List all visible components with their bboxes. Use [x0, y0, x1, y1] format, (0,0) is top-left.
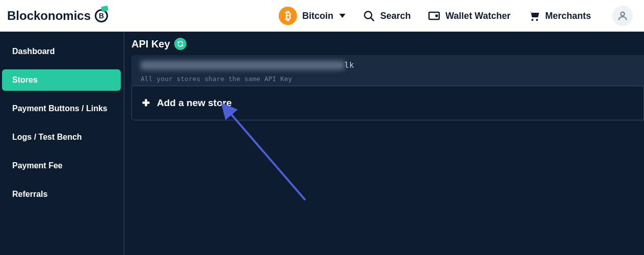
plus-icon: ✚: [142, 97, 150, 109]
nav-wallet-watcher[interactable]: Wallet Watcher: [428, 10, 511, 22]
logo-badge-icon: B: [95, 9, 108, 22]
logo[interactable]: Blockonomics B: [7, 9, 108, 23]
user-icon: [617, 10, 628, 21]
add-store-button[interactable]: ✚ Add a new store: [131, 86, 644, 120]
sidebar-item-dashboard[interactable]: Dashboard: [2, 41, 121, 62]
nav-wallet-watcher-label: Wallet Watcher: [445, 11, 511, 21]
sidebar-item-label: Dashboard: [12, 47, 55, 56]
sidebar-item-label: Payment Fee: [12, 161, 63, 170]
crypto-dropdown-label: Bitcoin: [302, 11, 333, 21]
api-key-tail: lk: [344, 61, 354, 70]
sidebar-item-logs[interactable]: Logs / Test Bench: [2, 126, 121, 148]
svg-point-3: [436, 15, 438, 17]
api-key-blurred: [141, 61, 344, 70]
sidebar-item-payment-buttons[interactable]: Payment Buttons / Links: [2, 98, 121, 119]
refresh-api-key-button[interactable]: [174, 38, 186, 50]
sidebar: Dashboard Stores Payment Buttons / Links…: [0, 32, 124, 255]
bitcoin-icon: ₿: [279, 7, 297, 25]
sidebar-item-payment-fee[interactable]: Payment Fee: [2, 155, 121, 176]
chevron-down-icon: [339, 14, 345, 18]
sidebar-item-referrals[interactable]: Referrals: [2, 184, 121, 205]
svg-point-0: [365, 12, 372, 19]
nav-merchants[interactable]: Merchants: [528, 10, 591, 22]
sidebar-item-stores[interactable]: Stores: [2, 69, 121, 91]
search-icon: [363, 10, 375, 22]
svg-line-1: [371, 18, 374, 21]
sidebar-item-label: Payment Buttons / Links: [12, 104, 108, 113]
header-nav: ₿ Bitcoin Search Wallet Watcher Merchant…: [279, 6, 637, 26]
svg-point-6: [621, 12, 624, 16]
refresh-icon: [177, 40, 184, 47]
sidebar-item-label: Logs / Test Bench: [12, 133, 82, 141]
sidebar-item-label: Referrals: [12, 190, 47, 198]
api-key-note: All your stores share the same API Key: [141, 75, 292, 83]
wallet-icon: [428, 10, 440, 22]
api-key-value[interactable]: lk: [141, 61, 635, 71]
cart-icon: [528, 10, 540, 22]
crypto-dropdown[interactable]: ₿ Bitcoin: [279, 7, 345, 25]
nav-search-label: Search: [380, 11, 411, 21]
profile-button[interactable]: [612, 6, 633, 26]
sidebar-item-label: Stores: [12, 75, 38, 84]
page-title: API Key: [131, 38, 170, 50]
nav-search[interactable]: Search: [363, 10, 411, 22]
main-content: API Key lk All your stores share the sam…: [124, 32, 644, 255]
add-store-label: Add a new store: [157, 97, 232, 109]
svg-point-4: [531, 19, 533, 21]
nav-merchants-label: Merchants: [545, 11, 591, 21]
logo-text: Blockonomics: [7, 9, 91, 23]
top-header: Blockonomics B ₿ Bitcoin Search Wallet W…: [0, 0, 644, 32]
api-key-box: lk All your stores share the same API Ke…: [131, 55, 644, 86]
svg-point-5: [536, 19, 538, 21]
